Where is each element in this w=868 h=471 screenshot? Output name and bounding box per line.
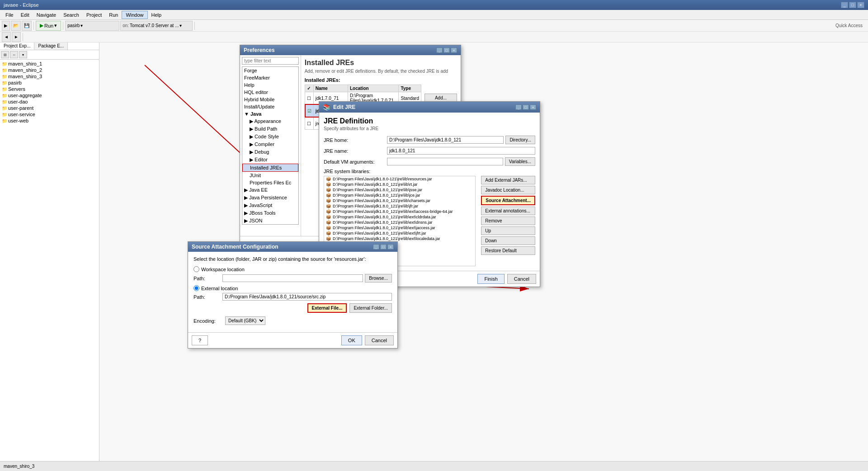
menu-edit[interactable]: Edit: [17, 11, 33, 19]
lib-item-2[interactable]: 📦 D:\Program Files\Java\jdk1.8.0_121\jre…: [324, 182, 475, 187]
jre-check-1[interactable]: ☐: [305, 92, 314, 105]
pref-item-installed-jres[interactable]: Installed JREs: [242, 164, 298, 172]
pref-item-java[interactable]: ▼ Java: [242, 110, 298, 118]
forward-button[interactable]: ►: [12, 32, 21, 42]
source-close[interactable]: ×: [387, 244, 394, 250]
tree-item-user-service[interactable]: 📁 user-service: [1, 111, 98, 118]
variables-button[interactable]: Variables...: [505, 157, 535, 166]
jre-home-input[interactable]: [387, 136, 504, 144]
menu-window[interactable]: Window: [122, 11, 147, 19]
tab-package-explorer[interactable]: Package E...: [34, 42, 68, 50]
lib-item-8[interactable]: 📦 D:\Program Files\Java\jdk1.8.0_121\jre…: [324, 214, 475, 220]
menu-navigate[interactable]: Navigate: [33, 11, 60, 19]
pref-item-buildpath[interactable]: ▶ Build Path: [242, 125, 298, 133]
pref-item-hybrid[interactable]: Hybrid Mobile: [242, 96, 298, 103]
down-btn[interactable]: Down: [481, 236, 535, 245]
jre-check-3[interactable]: ☐: [305, 117, 314, 130]
restore-default-btn[interactable]: Restore Default: [481, 246, 535, 255]
tree-item-maven1[interactable]: 📁 maven_shiro_1: [1, 61, 98, 67]
new-button[interactable]: ▶: [2, 21, 10, 31]
edit-jre-close[interactable]: ×: [530, 104, 536, 110]
pref-item-javascript[interactable]: ▶ JavaScript: [242, 202, 298, 209]
lib-item-5[interactable]: 📦 D:\Program Files\Java\jdk1.8.0_121\jre…: [324, 198, 475, 203]
preferences-minimize[interactable]: _: [436, 47, 443, 53]
menu-file[interactable]: File: [2, 11, 17, 19]
maximize-button[interactable]: □: [849, 2, 856, 8]
tree-item-pasirb[interactable]: 📁 pasirb: [1, 80, 98, 86]
project-selector[interactable]: pasirb ▾: [65, 21, 119, 31]
lib-item-4[interactable]: 📦 D:\Program Files\Java\jdk1.8.0_121\jre…: [324, 193, 475, 198]
pref-item-codestyle[interactable]: ▶ Code Style: [242, 133, 298, 141]
external-file-btn[interactable]: External File...: [307, 303, 347, 313]
pref-item-hql[interactable]: HQL editor: [242, 89, 298, 96]
menu-project[interactable]: Project: [83, 11, 105, 19]
lib-item-6[interactable]: 📦 D:\Program Files\Java\jdk1.8.0_121\jre…: [324, 203, 475, 209]
pref-item-forge[interactable]: Forge: [242, 67, 298, 74]
jre-name-input[interactable]: [387, 147, 535, 155]
menu-search[interactable]: Search: [60, 11, 83, 19]
edit-jre-maximize[interactable]: □: [523, 104, 529, 110]
default-vm-input[interactable]: [387, 158, 503, 165]
lib-item-10[interactable]: 📦 D:\Program Files\Java\jdk1.8.0_121\jre…: [324, 225, 475, 231]
finish-button[interactable]: Finish: [477, 274, 504, 284]
add-external-jars-btn[interactable]: Add External JARs...: [481, 176, 535, 184]
directory-button[interactable]: Directory...: [505, 136, 535, 144]
pref-item-jboss[interactable]: ▶ JBoss Tools: [242, 209, 298, 217]
workspace-radio[interactable]: [193, 266, 199, 272]
run-button[interactable]: ▶ Run ▾: [36, 21, 61, 31]
minimize-button[interactable]: _: [841, 2, 848, 8]
lib-item-9[interactable]: 📦 D:\Program Files\Java\jdk1.8.0_121\jre…: [324, 220, 475, 225]
pref-item-junit[interactable]: JUnit: [242, 172, 298, 179]
external-folder-btn[interactable]: External Folder...: [349, 303, 392, 313]
edit-jre-minimize[interactable]: _: [515, 104, 522, 110]
save-button[interactable]: 💾: [22, 21, 32, 31]
source-cancel-btn[interactable]: Cancel: [365, 335, 394, 345]
pref-item-help[interactable]: Help: [242, 81, 298, 89]
javadoc-location-btn[interactable]: Javadoc Location...: [481, 186, 535, 194]
link-editor-button[interactable]: ↔: [10, 51, 18, 58]
source-help-btn[interactable]: ?: [192, 335, 208, 345]
tree-item-user-parent[interactable]: 📁 user-parent: [1, 105, 98, 111]
external-path-input[interactable]: [222, 293, 392, 301]
external-annotations-btn[interactable]: External annotations...: [481, 207, 535, 215]
preferences-maximize[interactable]: □: [443, 47, 450, 53]
pref-item-props[interactable]: Properties Files Ec: [242, 179, 298, 186]
back-button[interactable]: ◄: [2, 32, 11, 42]
jre-check-2[interactable]: ☑: [305, 104, 314, 117]
remove-lib-btn[interactable]: Remove: [481, 217, 535, 225]
lib-item-1[interactable]: 📦 D:\Program Files\Java\jdk1.8.0-121\jre…: [324, 176, 475, 182]
pref-item-compiler[interactable]: ▶ Compiler: [242, 141, 298, 148]
pref-item-json[interactable]: ▶ JSON: [242, 217, 298, 225]
pref-item-appearance[interactable]: ▶ Appearance: [242, 118, 298, 125]
preferences-close[interactable]: ×: [451, 47, 457, 53]
pref-item-debug[interactable]: ▶ Debug: [242, 148, 298, 156]
pref-item-editor[interactable]: ▶ Editor: [242, 156, 298, 164]
title-bar-controls[interactable]: _ □ ×: [841, 2, 864, 8]
tree-item-servers[interactable]: 📁 Servers: [1, 86, 98, 92]
pref-item-freemarker[interactable]: FreeMarker: [242, 74, 298, 81]
pref-item-java-persistence[interactable]: ▶ Java Persistence: [242, 194, 298, 202]
collapse-all-button[interactable]: ⊟: [1, 51, 9, 58]
tree-item-maven3[interactable]: 📁 maven_shiro_3: [1, 73, 98, 80]
tree-menu-button[interactable]: ▾: [19, 51, 27, 58]
tree-item-maven2[interactable]: 📁 maven_shiro_2: [1, 67, 98, 73]
menu-help[interactable]: Help: [148, 11, 165, 19]
cancel-edit-jre-button[interactable]: Cancel: [507, 274, 536, 284]
close-button[interactable]: ×: [857, 2, 864, 8]
tree-item-user-dao[interactable]: 📁 user-dao: [1, 99, 98, 105]
source-ok-btn[interactable]: OK: [341, 335, 362, 345]
encoding-select[interactable]: Default (GBK) UTF-8: [225, 316, 265, 325]
external-radio[interactable]: [193, 285, 199, 291]
lib-item-7[interactable]: 📦 D:\Program Files\Java\jdk1.8.0_121\jre…: [324, 209, 475, 214]
workspace-browse-btn[interactable]: Browse...: [365, 274, 392, 283]
pref-item-install[interactable]: Install/Update: [242, 103, 298, 110]
pref-item-javaee[interactable]: ▶ Java EE: [242, 186, 298, 194]
source-maximize[interactable]: □: [380, 244, 387, 250]
tab-project-explorer[interactable]: Project Exp...: [0, 42, 34, 50]
open-button[interactable]: 📂: [11, 21, 21, 31]
lib-item-3[interactable]: 📦 D:\Program Files\Java\jdk1.8.0_121\jre…: [324, 187, 475, 193]
workspace-path-input[interactable]: [222, 274, 363, 282]
tree-item-user-web[interactable]: 📁 user-web: [1, 118, 98, 124]
up-btn[interactable]: Up: [481, 226, 535, 235]
source-minimize[interactable]: _: [373, 244, 379, 250]
